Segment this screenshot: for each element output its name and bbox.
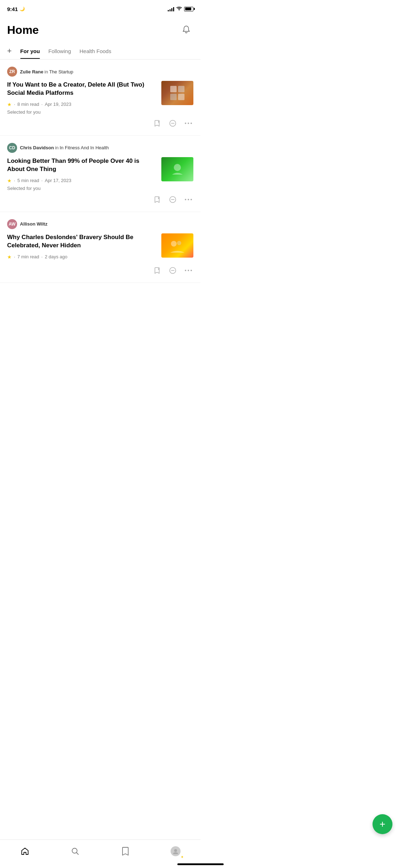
svg-point-19 [191, 199, 192, 200]
avatar-2: CD [7, 143, 17, 153]
in-text-2: in [55, 145, 58, 150]
article-content-1: If You Want to Be a Creator, Delete All … [7, 81, 193, 115]
wifi-icon [176, 6, 182, 12]
author-name-1: Zulie Rane [20, 69, 43, 74]
author-info-1: Zulie Rane in The Startup [20, 69, 73, 74]
author-info-3: Allison Wiltz [20, 221, 47, 227]
star-icon-1: ★ [7, 102, 12, 107]
header: Home [0, 16, 200, 43]
article-thumbnail-2 [161, 157, 193, 181]
tabs-container: + For you Following Health Foods [0, 43, 200, 60]
article-card-2: CD Chris Davidson in In Fitness And In H… [0, 136, 200, 212]
author-info-2: Chris Davidson in In Fitness And In Heal… [20, 145, 109, 150]
publication-2: In Fitness And In Health [59, 145, 109, 150]
article-author-row-2: CD Chris Davidson in In Fitness And In H… [7, 143, 193, 153]
hide-button-1[interactable] [168, 118, 178, 128]
svg-point-10 [188, 123, 189, 124]
svg-point-20 [171, 241, 177, 247]
more-button-1[interactable] [183, 118, 193, 128]
signal-icon [168, 6, 174, 11]
avatar-3: AW [7, 219, 17, 229]
article-thumbnail-3 [161, 233, 193, 258]
svg-point-28 [191, 270, 192, 271]
bookmark-add-button-1[interactable] [152, 118, 162, 128]
article-content-3: Why Charles Deslondes' Bravery Should Be… [7, 233, 193, 262]
read-time-3: 7 min read [17, 254, 39, 259]
add-tab-button[interactable]: + [7, 43, 12, 59]
article-actions-1 [7, 118, 193, 128]
dot-4: · [41, 178, 43, 183]
status-time: 9:41 [7, 6, 18, 12]
more-button-2[interactable] [183, 195, 193, 205]
page-title: Home [7, 24, 39, 37]
tab-health-foods[interactable]: Health Foods [79, 44, 111, 58]
article-thumbnail-1 [161, 81, 193, 105]
article-title-1[interactable]: If You Want to Be a Creator, Delete All … [7, 81, 157, 97]
star-icon-3: ★ [7, 254, 12, 260]
svg-point-9 [185, 123, 186, 124]
svg-point-12 [174, 164, 181, 171]
avatar-1: ZR [7, 67, 17, 77]
selected-label-1: Selected for you [7, 109, 157, 115]
status-icons [168, 6, 193, 12]
dot-1: · [14, 102, 15, 107]
article-text-2: Looking Better Than 99% of People Over 4… [7, 157, 157, 191]
star-icon-2: ★ [7, 178, 12, 184]
article-author-row: ZR Zulie Rane in The Startup [7, 67, 193, 77]
article-title-2[interactable]: Looking Better Than 99% of People Over 4… [7, 157, 157, 174]
article-date-3: 2 days ago [45, 254, 68, 259]
article-author-row-3: AW Allison Wiltz [7, 219, 193, 229]
article-date-2: Apr 17, 2023 [45, 178, 71, 183]
article-meta-2: ★ · 5 min read · Apr 17, 2023 [7, 178, 157, 184]
svg-rect-1 [170, 86, 177, 92]
bookmark-add-button-2[interactable] [152, 195, 162, 205]
article-actions-3 [7, 265, 193, 275]
article-meta-3: ★ · 7 min read · 2 days ago [7, 254, 157, 260]
article-date-1: Apr 19, 2023 [45, 102, 71, 107]
svg-point-17 [185, 199, 186, 200]
status-bar: 9:41 🌙 [0, 0, 200, 16]
svg-rect-2 [178, 86, 184, 92]
publication-1: The Startup [49, 69, 73, 74]
more-button-3[interactable] [183, 265, 193, 275]
article-text-3: Why Charles Deslondes' Bravery Should Be… [7, 233, 157, 262]
moon-icon: 🌙 [20, 6, 25, 11]
article-card-1: ZR Zulie Rane in The Startup If You Want… [0, 60, 200, 136]
svg-rect-3 [170, 94, 177, 100]
hide-button-3[interactable] [168, 265, 178, 275]
dot-6: · [41, 254, 43, 259]
author-name-3: Allison Wiltz [20, 221, 47, 227]
status-time-area: 9:41 🌙 [7, 6, 25, 12]
selected-label-2: Selected for you [7, 186, 157, 191]
dot-2: · [41, 102, 43, 107]
article-card-3: AW Allison Wiltz Why Charles Deslondes' … [0, 212, 200, 283]
dot-3: · [14, 178, 15, 183]
tab-following[interactable]: Following [48, 44, 71, 58]
notification-button[interactable] [179, 23, 193, 37]
svg-point-21 [177, 241, 181, 245]
tab-for-you[interactable]: For you [20, 44, 40, 58]
article-title-3[interactable]: Why Charles Deslondes' Bravery Should Be… [7, 233, 157, 250]
article-actions-2 [7, 195, 193, 205]
bookmark-add-button-3[interactable] [152, 265, 162, 275]
article-meta-1: ★ · 8 min read · Apr 19, 2023 [7, 102, 157, 107]
svg-point-0 [179, 9, 179, 10]
svg-point-18 [188, 199, 189, 200]
dot-5: · [14, 254, 15, 259]
svg-point-27 [188, 270, 189, 271]
svg-rect-4 [178, 94, 184, 100]
svg-point-26 [185, 270, 186, 271]
battery-icon [184, 7, 193, 11]
hide-button-2[interactable] [168, 195, 178, 205]
read-time-2: 5 min read [17, 178, 39, 183]
article-text-1: If You Want to Be a Creator, Delete All … [7, 81, 157, 115]
article-content-2: Looking Better Than 99% of People Over 4… [7, 157, 193, 191]
svg-point-11 [191, 123, 192, 124]
in-text-1: in [45, 69, 48, 74]
read-time-1: 8 min read [17, 102, 39, 107]
author-name-2: Chris Davidson [20, 145, 54, 150]
